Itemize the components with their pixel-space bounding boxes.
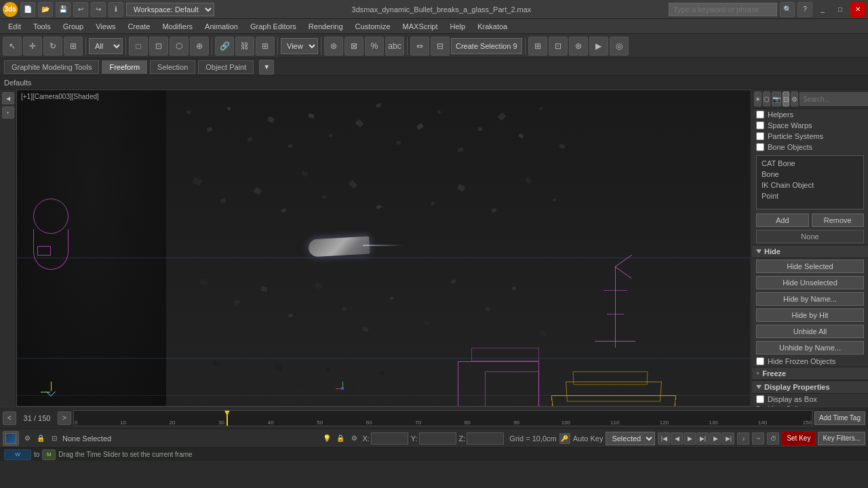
workspace-dropdown[interactable]: Workspace: Default [126,3,214,16]
mini-color-btn[interactable] [3,431,19,446]
lasso-btn[interactable]: ⬡ [170,37,189,56]
display-as-box-checkbox[interactable] [756,395,764,403]
maximize-btn[interactable]: □ [833,2,848,17]
unhide-all-btn[interactable]: Unhide All [756,325,864,338]
none-btn[interactable]: None [756,230,864,243]
rp-camera-icon[interactable]: 📷 [772,92,781,106]
prompt-icon-max[interactable]: M [42,449,56,460]
rp-display-icon[interactable]: ⊡ [783,92,789,106]
scale-tool[interactable]: ⊞ [64,37,83,56]
status-icon-3[interactable]: ⊡ [49,433,60,444]
menu-modifiers[interactable]: Modifiers [157,21,198,32]
mini-curve-btn[interactable]: ~ [752,432,764,445]
filter-dropdown[interactable]: All [89,38,123,54]
tab-graphite[interactable]: Graphite Modeling Tools [4,60,99,74]
left-panel-toggle[interactable]: ◀ [2,92,14,104]
menu-animation[interactable]: Animation [199,21,243,32]
unhide-by-name-btn[interactable]: Unhide by Name... [756,341,864,354]
tab-selection[interactable]: Selection [150,60,195,74]
hide-selected-btn[interactable]: Hide Selected [756,260,864,273]
unlink-btn[interactable]: ⛓ [235,37,254,56]
menu-help[interactable]: Help [445,21,471,32]
bind-btn[interactable]: ⊞ [256,37,275,56]
timeline-track[interactable]: 0 10 20 30 40 50 60 70 80 90 100 110 120… [73,410,812,426]
percent-btn[interactable]: % [365,37,384,56]
time-config-btn[interactable]: ⏱ [767,432,779,445]
prev-frame-btn[interactable]: ◀ [671,432,683,445]
ls-btn1[interactable]: + [2,106,14,119]
align-btn[interactable]: ⊟ [431,37,450,56]
window-crossing-btn[interactable]: ⊡ [149,37,168,56]
spinner-btn[interactable]: abc [385,37,404,56]
tab-object-paint[interactable]: Object Paint [198,60,254,74]
display-as-box-row[interactable]: Display as Box [752,394,868,405]
key-filters-btn[interactable]: Key Filters... [818,432,865,445]
add-btn[interactable]: Add [756,214,809,227]
next-frame-btn[interactable]: ▶ [709,432,722,445]
link-btn[interactable]: 🔗 [215,37,234,56]
status-icon-2[interactable]: 🔒 [35,433,46,444]
welcome-icon[interactable]: W [4,449,31,460]
mirror-btn[interactable]: ⇔ [410,37,429,56]
menu-graph-editors[interactable]: Graph Editors [245,21,302,32]
list-item-bone[interactable]: Bone [759,169,861,180]
hide-frozen-row[interactable]: Hide Frozen Objects [752,356,868,367]
menu-group[interactable]: Group [58,21,90,32]
new-file-btn[interactable]: 📄 [20,2,35,17]
status-icon-1[interactable]: ⚙ [22,433,33,444]
hide-by-name-btn[interactable]: Hide by Name... [756,292,864,306]
select-region-btn[interactable]: □ [129,37,148,56]
menu-tools[interactable]: Tools [28,21,56,32]
particle-systems-checkbox[interactable] [756,132,764,140]
go-end-btn[interactable]: ▶| [722,432,734,445]
play-selected-btn[interactable]: ▶| [696,432,709,445]
active-shade-btn[interactable]: ◎ [610,37,629,56]
list-item-cat-bone[interactable]: CAT Bone [759,158,861,169]
rotate-tool[interactable]: ↻ [43,37,62,56]
tl-next-btn[interactable]: > [58,411,71,425]
select-tool[interactable]: ↖ [3,37,22,56]
schematic-btn[interactable]: ⊞ [528,37,547,56]
menu-create[interactable]: Create [122,21,155,32]
z-input[interactable] [467,432,504,445]
hide-frozen-checkbox[interactable] [756,357,764,365]
freeze-section-header[interactable]: + Freeze [752,367,868,380]
hide-unselected-btn[interactable]: Hide Unselected [756,276,864,289]
search-box[interactable] [669,3,777,16]
close-btn[interactable]: ✕ [850,2,865,17]
menu-rendering[interactable]: Rendering [303,21,349,32]
viewport[interactable]: [+1][Camera003][Shaded] [16,89,751,407]
bone-objects-checkbox[interactable] [756,143,764,151]
minimize-btn[interactable]: _ [815,2,830,17]
list-item-ik-chain[interactable]: IK Chain Object [759,180,861,190]
rp-shape-icon[interactable]: ⬡ [763,92,770,106]
helpers-checkbox-row[interactable]: Helpers [752,109,868,120]
sound-btn[interactable]: ♪ [737,432,749,445]
rp-util-icon[interactable]: ⚙ [791,92,798,106]
material-btn[interactable]: ⊡ [549,37,568,56]
render-btn[interactable]: ▶ [589,37,608,56]
rp-light-icon[interactable]: ☀ [754,92,762,106]
open-file-btn[interactable]: 📂 [38,2,53,17]
helpers-checkbox[interactable] [756,110,764,119]
save-file-btn[interactable]: 💾 [56,2,71,17]
go-start-btn[interactable]: |◀ [658,432,670,445]
display-props-section-header[interactable]: Display Properties [752,380,868,394]
bone-objects-checkbox-row[interactable]: Bone Objects [752,142,868,152]
menu-krakatoa[interactable]: Krakatoa [472,21,513,32]
move-tool[interactable]: ✛ [23,37,42,56]
snap-btn[interactable]: ⊠ [344,37,363,56]
magnet-btn[interactable]: ⊛ [324,37,343,56]
menu-maxscript[interactable]: MAXScript [397,21,443,32]
selected-dropdown[interactable]: Selected [606,432,655,445]
view-dropdown[interactable]: View [281,38,318,54]
space-warps-checkbox[interactable] [756,121,764,129]
menu-customize[interactable]: Customize [350,21,396,32]
info-btn[interactable]: ℹ [108,2,123,17]
space-warps-checkbox-row[interactable]: Space Warps [752,120,868,131]
create-selection-btn[interactable]: Create Selection 9 [451,38,522,54]
menu-views[interactable]: Views [90,21,121,32]
play-btn[interactable]: ▶ [684,432,696,445]
key-icon[interactable]: 🔑 [559,433,570,444]
tl-prev-btn[interactable]: < [3,411,16,425]
